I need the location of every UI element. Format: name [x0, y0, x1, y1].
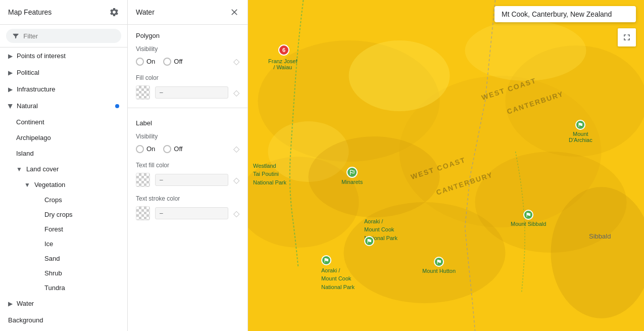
fill-color-diamond[interactable]: ◇	[233, 88, 239, 98]
settings-button[interactable]	[109, 7, 119, 17]
label-visibility-row: On Off ◇	[128, 142, 247, 158]
sidebar-item-water[interactable]: ▶ Water	[0, 295, 127, 312]
sidebar-item-ice[interactable]: Ice	[16, 237, 127, 251]
text-fill-color-text: –	[160, 176, 163, 183]
poi-aoraki-2: Aoraki /Mount CookNational Park	[321, 255, 355, 291]
chevron-right-icon: ▶	[8, 53, 13, 60]
label-visibility-on[interactable]: On	[136, 145, 155, 153]
fill-color-text: –	[160, 89, 163, 96]
poi-icon	[575, 120, 585, 130]
sidebar-item-label: Infrastructure	[17, 85, 56, 93]
text-stroke-color-text: –	[160, 210, 163, 217]
sidebar-item-archipelago[interactable]: Archipelago	[8, 130, 127, 146]
chevron-right-icon: ▶	[8, 69, 13, 76]
poi-label: MountD'Archiac	[569, 131, 592, 143]
place-label: Sibbald	[589, 232, 611, 240]
filter-bar	[0, 25, 127, 48]
poi-icon	[346, 167, 358, 178]
natural-sub-items: Continent Archipelago Island ▼ Land cove…	[0, 114, 127, 295]
text-fill-color-label: Text fill color	[128, 158, 247, 171]
sidebar-item-label: Political	[17, 69, 39, 76]
sidebar-item-infrastructure[interactable]: ▶ Infrastructure	[0, 81, 127, 98]
poi-minarets: Minarets	[341, 167, 363, 185]
chevron-down-icon: ▶	[7, 104, 14, 108]
text-fill-color-value: –	[155, 174, 228, 186]
filter-input-wrap	[6, 29, 121, 43]
text-fill-color-diamond[interactable]: ◇	[233, 175, 239, 185]
text-stroke-color-diamond[interactable]: ◇	[233, 209, 239, 218]
route-marker-label: 6	[282, 47, 285, 53]
text-stroke-color-swatch[interactable]	[136, 206, 150, 220]
label-section-title: Label	[128, 112, 247, 129]
label-visibility-diamond[interactable]: ◇	[233, 144, 239, 154]
poi-icon-aoraki-1	[364, 236, 374, 246]
expand-map-button[interactable]	[618, 28, 636, 46]
sidebar-item-dry-crops[interactable]: Dry crops	[16, 207, 127, 222]
poi-label: WestlandTai PoutiniNational Park	[253, 163, 286, 185]
sidebar-item-label: Island	[16, 150, 34, 157]
sidebar-item-island[interactable]: Island	[8, 146, 127, 161]
sidebar-item-label: Points of interest	[17, 52, 66, 60]
sidebar-item-tundra[interactable]: Tundra	[16, 280, 127, 295]
sidebar-item-crops[interactable]: Crops	[16, 193, 127, 207]
left-header: Map Features	[0, 0, 127, 25]
fill-color-swatch[interactable]	[136, 85, 150, 100]
section-divider	[128, 108, 247, 108]
text-fill-color-row: – ◇	[128, 171, 247, 191]
land-cover-sub-items: ▼ Vegetation Crops Dry crops Forest Ice …	[8, 177, 127, 295]
chevron-down-icon: ▼	[24, 181, 30, 188]
sidebar-item-vegetation[interactable]: ▼ Vegetation	[16, 177, 127, 193]
text-stroke-color-row: – ◇	[128, 204, 247, 224]
svg-point-7	[349, 40, 450, 111]
map-area[interactable]: Mt Cook, Canterbury, New Zealand 6 Franz…	[248, 0, 644, 331]
sidebar-item-label: Vegetation	[34, 181, 65, 188]
radio-off-label: Off	[174, 145, 182, 153]
poi-label: Aoraki /Mount CookNational Park	[321, 267, 355, 290]
route-marker-6: 6	[278, 44, 289, 56]
poi-mount-darchiac: MountD'Archiac	[569, 120, 592, 143]
poi-label: Mount Sibbald	[511, 221, 546, 227]
radio-off-circle	[163, 58, 171, 66]
sidebar-item-label: Archipelago	[16, 134, 51, 141]
sidebar-item-sand[interactable]: Sand	[16, 251, 127, 266]
sidebar-item-natural[interactable]: ▶ Natural	[0, 98, 127, 114]
svg-point-8	[465, 20, 586, 81]
radio-on-label: On	[146, 145, 155, 153]
text-stroke-color-value: –	[155, 207, 228, 219]
chevron-right-icon: ▶	[8, 300, 13, 307]
sidebar-item-label: Land cover	[26, 165, 59, 173]
sidebar-item-forest[interactable]: Forest	[16, 222, 127, 237]
map-features-title: Map Features	[8, 8, 52, 16]
close-button[interactable]	[229, 7, 239, 17]
polygon-visibility-off[interactable]: Off	[163, 58, 182, 66]
sibbald-label: Sibbald	[589, 232, 611, 240]
chevron-right-icon: ▶	[8, 86, 13, 93]
filter-input[interactable]	[23, 32, 115, 40]
poi-label: Mount Hutton	[422, 268, 456, 274]
label-visibility-off[interactable]: Off	[163, 145, 182, 153]
label-visibility-label: Visibility	[128, 129, 247, 142]
sidebar-item-background[interactable]: Background	[0, 312, 127, 328]
sidebar-item-label: Natural	[17, 102, 38, 110]
poi-label: Minarets	[341, 179, 363, 185]
sidebar-item-points-of-interest[interactable]: ▶ Points of interest	[0, 48, 127, 64]
poi-icon	[321, 255, 331, 265]
radio-on-circle	[136, 145, 144, 153]
fill-color-value: –	[155, 86, 228, 99]
fill-color-row: – ◇	[128, 83, 247, 104]
poi-icon	[434, 257, 444, 267]
text-fill-color-swatch[interactable]	[136, 173, 150, 187]
sidebar-item-land-cover[interactable]: ▼ Land cover	[8, 161, 127, 177]
sidebar-item-continent[interactable]: Continent	[8, 114, 127, 130]
poi-mount-hutton: Mount Hutton	[422, 257, 456, 274]
text-stroke-color-label: Text stroke color	[128, 191, 247, 204]
map-search-bar[interactable]: Mt Cook, Canterbury, New Zealand	[494, 6, 636, 22]
sidebar-item-political[interactable]: ▶ Political	[0, 64, 127, 81]
poi-westland: WestlandTai PoutiniNational Park	[253, 162, 286, 186]
chevron-down-icon: ▼	[16, 166, 22, 173]
polygon-visibility-on[interactable]: On	[136, 58, 155, 66]
sidebar-item-shrub[interactable]: Shrub	[16, 266, 127, 280]
polygon-visibility-diamond[interactable]: ◇	[233, 57, 239, 66]
sidebar-item-label: Background	[8, 316, 43, 324]
search-value: Mt Cook, Canterbury, New Zealand	[502, 10, 612, 18]
